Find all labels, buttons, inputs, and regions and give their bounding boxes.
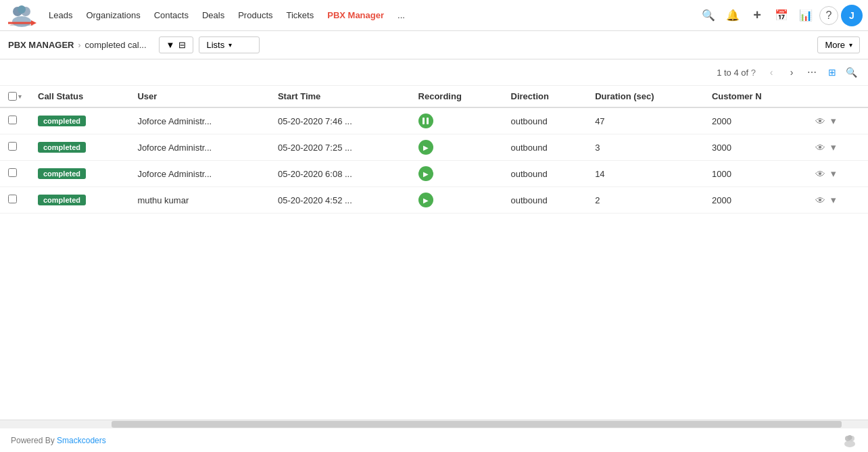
svg-point-2 [18, 5, 26, 14]
pagination-prev[interactable]: ‹ [763, 64, 780, 81]
header-call-status: Call Status [30, 86, 129, 107]
status-badge: completed [38, 142, 86, 153]
nav-organizations[interactable]: Organizations [79, 0, 147, 31]
table-row: completedmuthu kumar05-20-2020 4:52 ...▶… [0, 187, 868, 214]
row-duration: 3 [587, 134, 704, 161]
recording-pause-button[interactable] [418, 114, 433, 128]
row-user: Joforce Administr... [129, 161, 270, 187]
footer-brand-link[interactable]: Smackcoders [57, 436, 106, 445]
pagination-next[interactable]: › [783, 64, 800, 81]
logo-icon [5, 3, 37, 28]
row-recording: ▶ [410, 161, 503, 187]
pagination-bar: 1 to 4 of ? ‹ › ⋯ ⊞ 🔍 [0, 59, 868, 86]
user-avatar[interactable]: J [841, 5, 863, 26]
row-customer-n: 2000 [704, 187, 806, 214]
table-row: completedJoforce Administr...05-20-2020 … [0, 107, 868, 134]
svg-marker-5 [31, 20, 37, 26]
header-user: User [129, 86, 270, 107]
footer-logo [841, 434, 857, 447]
row-user: muthu kumar [129, 187, 270, 214]
filter-button[interactable]: ▼ ⊟ [159, 36, 194, 53]
breadcrumb-root: PBX MANAGER [8, 40, 74, 50]
add-button[interactable]: + [746, 5, 768, 26]
chart-button[interactable]: 📊 [795, 5, 817, 26]
pagination-range: 1 to 4 of [717, 68, 748, 78]
row-user: Joforce Administr... [129, 107, 270, 134]
row-customer-n: 3000 [704, 134, 806, 161]
row-actions: 👁 ▾ [806, 107, 868, 134]
recording-play-button[interactable]: ▶ [418, 140, 433, 155]
search-column-button[interactable]: 🔍 [842, 64, 860, 81]
row-actions: 👁 ▾ [806, 134, 868, 161]
row-view-button[interactable]: 👁 [814, 114, 827, 128]
row-status: completed [30, 107, 129, 134]
nav-contacts[interactable]: Contacts [147, 0, 195, 31]
header-start-time: Start Time [270, 86, 410, 107]
view-toggle: ⊞ 🔍 [823, 64, 860, 81]
row-more-button[interactable]: ▾ [829, 166, 838, 181]
more-label: More [825, 40, 845, 50]
more-chevron-icon: ▾ [849, 41, 852, 49]
recording-play-button[interactable]: ▶ [418, 193, 433, 207]
nav-products[interactable]: Products [231, 0, 279, 31]
options-menu[interactable]: ⋯ [803, 64, 821, 81]
row-direction: outbound [503, 107, 587, 134]
nav-tickets[interactable]: Tickets [280, 0, 321, 31]
nav-more[interactable]: ... [391, 0, 412, 31]
row-duration: 47 [587, 107, 704, 134]
select-all-dropdown[interactable]: ▾ [18, 93, 22, 100]
row-status: completed [30, 187, 129, 214]
notifications-button[interactable]: 🔔 [722, 5, 744, 26]
row-actions: 👁 ▾ [806, 161, 868, 187]
breadcrumb-current: completed cal... [85, 40, 147, 50]
row-checkbox[interactable] [8, 168, 17, 177]
row-customer-n: 1000 [704, 161, 806, 187]
svg-point-8 [848, 435, 852, 440]
row-checkbox[interactable] [8, 142, 17, 151]
row-view-button[interactable]: 👁 [814, 193, 827, 207]
row-recording: ▶ [410, 187, 503, 214]
header-duration: Duration (sec) [587, 86, 704, 107]
footer: Powered By Smackcoders [0, 428, 868, 452]
row-user: Joforce Administr... [129, 134, 270, 161]
horizontal-scrollbar[interactable] [0, 420, 868, 428]
search-button[interactable]: 🔍 [698, 5, 719, 26]
row-recording: ▶ [410, 134, 503, 161]
row-more-button[interactable]: ▾ [829, 140, 838, 155]
table-container: ▾ Call Status User Start Time [0, 86, 868, 420]
table-header-row: ▾ Call Status User Start Time [0, 86, 868, 107]
pagination-total: ? [751, 68, 756, 78]
row-recording [410, 107, 503, 134]
calendar-button[interactable]: 📅 [771, 5, 792, 26]
dropdown-arrow-icon: ▾ [228, 41, 232, 49]
row-direction: outbound [503, 161, 587, 187]
grid-view-button[interactable]: ⊞ [823, 64, 841, 81]
calls-table: ▾ Call Status User Start Time [0, 86, 868, 214]
row-more-button[interactable]: ▾ [829, 114, 838, 128]
lists-dropdown[interactable]: Lists ▾ [199, 36, 260, 53]
pagination-info: 1 to 4 of ? [717, 68, 756, 78]
top-nav: Leads Organizations Contacts Deals Produ… [0, 0, 868, 31]
scrollbar-thumb[interactable] [112, 421, 842, 428]
bell-icon: 🔔 [726, 9, 740, 22]
header-actions [806, 86, 868, 107]
header-checkbox-col: ▾ [0, 86, 30, 107]
recording-play-button[interactable]: ▶ [418, 166, 433, 181]
row-checkbox[interactable] [8, 195, 17, 203]
nav-deals[interactable]: Deals [195, 0, 231, 31]
help-button[interactable]: ? [819, 6, 838, 25]
row-more-button[interactable]: ▾ [829, 193, 838, 207]
select-all-checkbox[interactable] [8, 92, 17, 101]
row-view-button[interactable]: 👁 [814, 167, 827, 181]
more-button[interactable]: More ▾ [817, 36, 860, 53]
status-badge: completed [38, 116, 86, 126]
logo-area [5, 3, 37, 28]
row-checkbox[interactable] [8, 116, 17, 124]
nav-pbx-manager[interactable]: PBX Manager [320, 0, 391, 31]
nav-leads[interactable]: Leads [42, 0, 79, 31]
calendar-icon: 📅 [775, 9, 788, 22]
row-customer-n: 2000 [704, 107, 806, 134]
row-view-button[interactable]: 👁 [814, 141, 827, 155]
row-start-time: 05-20-2020 4:52 ... [270, 187, 410, 214]
table-row: completedJoforce Administr...05-20-2020 … [0, 134, 868, 161]
